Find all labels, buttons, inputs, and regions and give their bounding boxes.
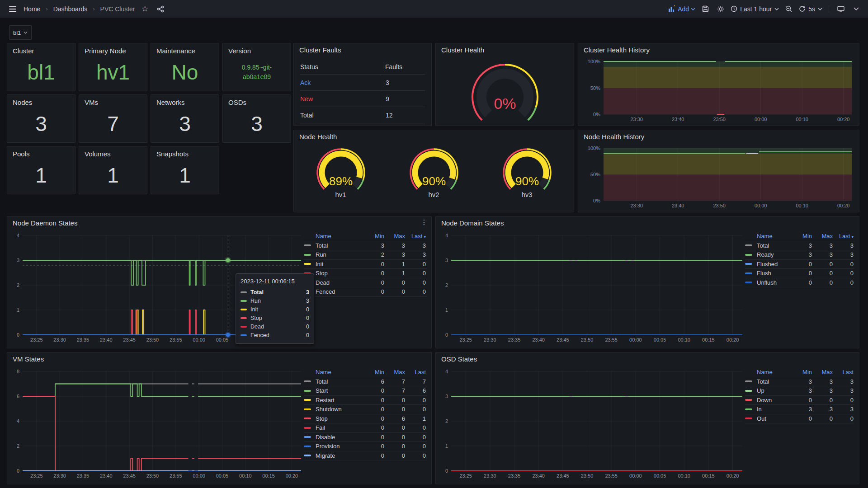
legend-row-run[interactable]: Run233 — [304, 250, 427, 260]
variable-dropdown-cluster[interactable]: bl1 — [9, 25, 32, 40]
panel-node-domain-states: Node Domain States 0123423:2523:3023:352… — [435, 216, 859, 348]
stat-title: Version — [228, 47, 251, 55]
svg-text:00:15: 00:15 — [702, 337, 715, 343]
chevron-down-icon — [818, 8, 822, 10]
legend-row-stop[interactable]: Stop061 — [304, 414, 427, 424]
legend-row-up[interactable]: Up333 — [745, 386, 854, 396]
series-color-swatch — [745, 254, 752, 256]
svg-text:23:30: 23:30 — [53, 337, 66, 343]
time-range-picker[interactable]: Last 1 hour — [731, 5, 779, 13]
legend-row-disable[interactable]: Disable000 — [304, 433, 427, 442]
panel-cluster-faults: Cluster Faults Status Faults Ack 3 New 9… — [293, 43, 432, 126]
breadcrumb-dashboards[interactable]: Dashboards — [53, 5, 88, 13]
svg-text:00:15: 00:15 — [702, 473, 715, 479]
series-color-swatch — [304, 446, 311, 447]
svg-text:00:10: 00:10 — [678, 337, 690, 343]
panel-vm-states: VM States 0246823:2523:3023:3523:4023:45… — [7, 352, 432, 484]
series-color-swatch — [304, 380, 311, 382]
legend-row-down[interactable]: Down000 — [745, 396, 854, 405]
legend-header: NameMinMaxLast — [745, 368, 854, 377]
svg-text:23:35: 23:35 — [508, 337, 521, 343]
faults-row-new: New 9 — [300, 91, 425, 107]
refresh-icon — [799, 5, 806, 12]
grafana-dashboard: Home › Dashboards › PVC Cluster ☆ Add — [0, 0, 868, 488]
svg-text:23:40: 23:40 — [532, 473, 545, 479]
legend-row-shutdown[interactable]: Shutdown000 — [304, 405, 427, 414]
legend-row-provision[interactable]: Provision000 — [304, 442, 427, 451]
legend-row-restart[interactable]: Restart000 — [304, 396, 427, 405]
svg-text:23:50: 23:50 — [581, 337, 594, 343]
svg-text:90%: 90% — [422, 174, 445, 188]
tooltip-row-stop: Stop0 — [241, 314, 309, 322]
legend-row-fenced[interactable]: Fenced000 — [304, 287, 427, 297]
svg-text:1: 1 — [445, 443, 448, 449]
clock-icon — [731, 5, 737, 12]
stat-title: Volumes — [85, 150, 111, 158]
cluster-health-history-chart[interactable]: 0%50%100%23:3023:4023:5000:0000:1000:20 — [583, 57, 854, 124]
legend-row-total[interactable]: Total333 — [304, 241, 427, 251]
svg-text:00:00: 00:00 — [193, 473, 205, 479]
svg-text:2: 2 — [445, 418, 448, 424]
legend-row-unflush[interactable]: Unflush000 — [745, 278, 854, 288]
node-domain-states-chart[interactable]: 0123423:2523:3023:3523:4023:4523:5023:55… — [440, 231, 745, 344]
panel-title: Cluster Health — [436, 43, 574, 57]
svg-text:0%: 0% — [593, 198, 600, 203]
zoom-out-icon[interactable] — [783, 4, 794, 14]
legend-row-in[interactable]: In333 — [745, 405, 854, 414]
legend-row-ready[interactable]: Ready333 — [745, 250, 854, 260]
series-color-swatch — [304, 408, 311, 410]
svg-text:23:55: 23:55 — [605, 473, 618, 479]
panel-stat-osds: OSDs 3 — [222, 94, 291, 143]
legend-row-dead[interactable]: Dead000 — [304, 278, 427, 288]
svg-text:23:50: 23:50 — [581, 473, 594, 479]
save-dashboard-icon[interactable] — [700, 4, 711, 14]
legend-row-total[interactable]: Total333 — [745, 377, 854, 387]
refresh-picker[interactable]: 5s — [799, 5, 822, 13]
panel-node-health-history: Node Health History 0%50%100%23:3023:402… — [578, 130, 859, 212]
settings-gear-icon[interactable] — [715, 4, 726, 14]
legend-header: NameMinMaxLast — [304, 368, 427, 377]
legend-row-stop[interactable]: Stop010 — [304, 269, 427, 278]
add-panel-icon — [668, 5, 676, 12]
svg-text:23:55: 23:55 — [170, 337, 182, 343]
legend-row-fail[interactable]: Fail000 — [304, 423, 427, 433]
legend-row-flushed[interactable]: Flushed000 — [745, 260, 854, 269]
series-color-swatch — [745, 418, 752, 419]
osd-states-chart[interactable]: 0123423:2523:3023:3523:4023:4523:5023:55… — [440, 367, 745, 480]
svg-text:23:30: 23:30 — [630, 117, 643, 122]
legend-row-flush[interactable]: Flush000 — [745, 269, 854, 278]
star-icon[interactable]: ☆ — [140, 4, 151, 14]
panel-node-health: Node Health 89% hv1 90% hv2 90% hv3 — [293, 130, 574, 212]
series-color-swatch — [304, 436, 311, 438]
svg-text:23:25: 23:25 — [30, 337, 43, 343]
panel-menu-icon[interactable]: ⋮ — [420, 218, 429, 228]
legend-row-init[interactable]: Init010 — [304, 260, 427, 269]
chevron-down-icon — [691, 8, 695, 10]
share-icon[interactable] — [155, 4, 166, 14]
panel-title: Node Health — [294, 130, 574, 144]
vm-states-chart[interactable]: 0246823:2523:3023:3523:4023:4523:5023:55… — [12, 367, 304, 480]
node-health-history-chart[interactable]: 0%50%100%23:3023:4023:5000:0000:1000:20 — [583, 144, 854, 210]
panel-title: Node Daemon States — [7, 216, 431, 230]
svg-text:0: 0 — [445, 332, 448, 338]
svg-text:90%: 90% — [515, 174, 538, 188]
stat-title: Maintenance — [156, 47, 195, 55]
add-button[interactable]: Add — [668, 5, 695, 13]
breadcrumb-home[interactable]: Home — [24, 5, 40, 13]
svg-text:00:00: 00:00 — [755, 117, 767, 122]
svg-text:2: 2 — [445, 282, 448, 288]
svg-text:00:20: 00:20 — [726, 337, 739, 343]
svg-text:1: 1 — [17, 307, 19, 313]
svg-text:23:50: 23:50 — [713, 117, 726, 122]
tv-mode-icon[interactable] — [835, 4, 846, 14]
legend-row-start[interactable]: Start076 — [304, 386, 427, 396]
svg-text:4: 4 — [445, 369, 448, 374]
legend-header: NameMinMaxLast▾ — [304, 232, 427, 241]
menu-icon[interactable] — [6, 5, 19, 14]
legend-row-migrate[interactable]: Migrate000 — [304, 451, 427, 461]
legend-row-total[interactable]: Total677 — [304, 377, 427, 387]
legend-row-out[interactable]: Out000 — [745, 414, 854, 424]
legend-row-total[interactable]: Total333 — [745, 241, 854, 251]
chevron-down-icon[interactable] — [851, 4, 862, 14]
tooltip-row-dead: Dead0 — [241, 322, 309, 331]
